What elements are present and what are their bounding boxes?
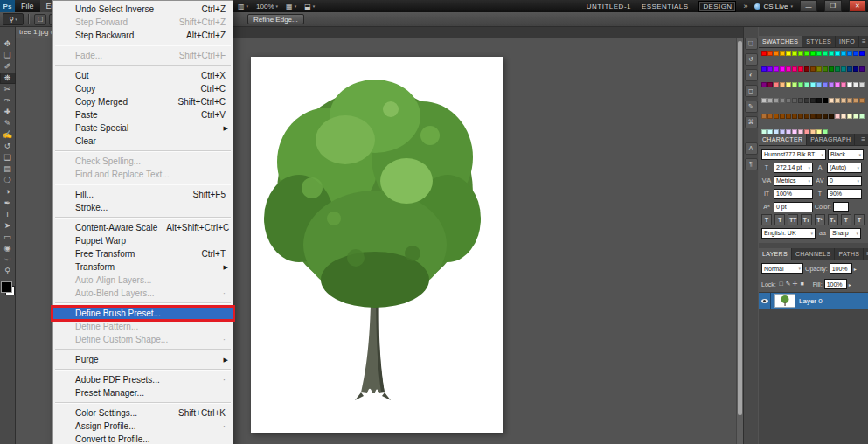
- active-tool-icon[interactable]: ⚲▾: [3, 13, 24, 25]
- type-style-button-4[interactable]: Tᴛ: [801, 214, 811, 225]
- move-tool-icon[interactable]: ✥: [0, 38, 16, 50]
- type-style-button-7[interactable]: T: [841, 214, 851, 225]
- color-swatch[interactable]: [792, 98, 797, 103]
- tracking-field[interactable]: 0▾: [827, 176, 862, 186]
- tab-paths[interactable]: PATHS: [835, 248, 864, 260]
- font-style-select[interactable]: Black▾: [828, 149, 864, 160]
- color-swatch[interactable]: [823, 51, 828, 56]
- color-swatch[interactable]: [761, 66, 767, 72]
- color-swatch[interactable]: [761, 114, 767, 119]
- color-swatch[interactable]: [847, 114, 852, 119]
- clone-source-panel-icon[interactable]: ⌘: [745, 116, 758, 128]
- menu-item-purge[interactable]: Purge·▶: [53, 353, 233, 366]
- color-swatch[interactable]: [835, 82, 840, 87]
- color-swatch[interactable]: [774, 114, 779, 119]
- adjustments-panel-icon[interactable]: ◐: [745, 69, 758, 81]
- color-swatch[interactable]: [780, 51, 785, 56]
- lasso-tool-icon[interactable]: ✐: [0, 61, 16, 73]
- close-button[interactable]: ✕: [849, 0, 866, 12]
- color-swatch[interactable]: [767, 51, 773, 56]
- crop-tool-icon[interactable]: ✂: [0, 84, 16, 95]
- tab-styles[interactable]: STYLES: [802, 36, 836, 47]
- leading-field[interactable]: (Auto)▾: [827, 163, 862, 173]
- type-style-button-8[interactable]: T: [854, 214, 865, 225]
- color-swatch[interactable]: [829, 114, 834, 119]
- shape-tool-icon[interactable]: ▭: [0, 232, 16, 243]
- color-swatch[interactable]: [774, 98, 779, 103]
- panel-menu-icon[interactable]: ≡: [859, 36, 868, 47]
- pen-tool-icon[interactable]: ✒: [0, 198, 16, 209]
- color-swatch[interactable]: [841, 66, 846, 72]
- restore-button[interactable]: ❐: [824, 0, 842, 12]
- menu-file[interactable]: File: [15, 0, 40, 12]
- history-panel-icon[interactable]: ↺: [745, 53, 758, 66]
- menu-item-undo-select-inverse[interactable]: Undo Select InverseCtrl+Z: [53, 3, 233, 16]
- lock-icon-4[interactable]: ■: [799, 281, 806, 288]
- color-swatch[interactable]: [829, 66, 834, 72]
- color-swatch[interactable]: [829, 82, 834, 87]
- screen-mode-icon[interactable]: ⬓▾: [304, 3, 315, 10]
- color-swatch[interactable]: [859, 51, 865, 56]
- color-swatch[interactable]: [786, 66, 791, 72]
- workspace-design[interactable]: DESIGN: [698, 1, 736, 12]
- color-swatch[interactable]: [841, 82, 846, 87]
- color-swatch[interactable]: [835, 51, 840, 56]
- foreground-color-swatch[interactable]: [1, 281, 12, 293]
- vertical-scrollbar[interactable]: [736, 38, 743, 444]
- scrollbar-thumb[interactable]: [738, 41, 742, 415]
- character-panel-icon[interactable]: A: [745, 142, 758, 155]
- lock-icon-1[interactable]: □: [778, 281, 785, 288]
- color-swatch[interactable]: [804, 82, 809, 87]
- type-style-button-3[interactable]: TT: [788, 214, 798, 225]
- color-swatch[interactable]: [847, 66, 852, 72]
- eraser-tool-icon[interactable]: ❑: [0, 152, 16, 163]
- color-swatch[interactable]: [835, 66, 840, 72]
- anti-alias-select[interactable]: Sharp▾: [830, 228, 861, 239]
- color-swatch[interactable]: [841, 98, 846, 103]
- color-swatch[interactable]: [780, 66, 785, 72]
- menu-item-clear[interactable]: Clear: [53, 135, 233, 148]
- color-swatch[interactable]: [816, 98, 822, 103]
- tab-channels[interactable]: CHANNELS: [792, 248, 836, 260]
- view-extras-icon[interactable]: ▥▾: [238, 3, 248, 10]
- color-swatch[interactable]: [810, 66, 816, 72]
- quick-selection-tool-icon[interactable]: ❈: [0, 73, 16, 84]
- color-swatch[interactable]: [835, 114, 840, 119]
- gradient-tool-icon[interactable]: ▤: [0, 163, 16, 175]
- color-swatch[interactable]: [859, 98, 865, 103]
- menu-item-preset-manager[interactable]: Preset Manager...: [53, 386, 233, 399]
- color-swatch[interactable]: [816, 66, 822, 72]
- minimize-button[interactable]: —: [800, 0, 817, 12]
- tab-info[interactable]: INFO: [836, 36, 859, 47]
- menu-item-copy-merged[interactable]: Copy MergedShift+Ctrl+C: [53, 95, 233, 108]
- type-style-button-1[interactable]: T: [761, 214, 772, 225]
- type-tool-icon[interactable]: T: [0, 209, 16, 220]
- fill-spinner-icon[interactable]: ▸: [849, 281, 851, 288]
- color-swatch[interactable]: [841, 114, 846, 119]
- workspace-overflow-button[interactable]: »: [743, 2, 747, 10]
- color-swatch[interactable]: [804, 114, 809, 119]
- menu-item-paste-special[interactable]: Paste Special▶: [53, 121, 233, 135]
- color-swatch[interactable]: [774, 82, 779, 87]
- menu-item-copy[interactable]: CopyCtrl+C: [53, 82, 233, 95]
- lock-icon-2[interactable]: ✎: [785, 281, 792, 288]
- path-selection-tool-icon[interactable]: ➤: [0, 220, 16, 232]
- history-brush-tool-icon[interactable]: ↺: [0, 141, 16, 152]
- color-swatch[interactable]: [859, 114, 865, 119]
- color-swatch[interactable]: [835, 98, 840, 103]
- color-swatch[interactable]: [767, 66, 773, 72]
- type-style-button-2[interactable]: T: [774, 214, 785, 225]
- zoom-level-dropdown[interactable]: 100%▾: [256, 3, 278, 10]
- rotate-view-tool-icon[interactable]: ◉: [0, 243, 16, 254]
- font-size-field[interactable]: 272.14 pt▾: [774, 163, 813, 173]
- color-swatch[interactable]: [847, 51, 852, 56]
- tab-character[interactable]: CHARACTER: [759, 134, 807, 145]
- color-swatch[interactable]: [786, 98, 791, 103]
- cs-live-button[interactable]: CS Live▾: [754, 3, 793, 10]
- opacity-field[interactable]: 100%: [830, 263, 852, 274]
- vertical-scale-field[interactable]: 100%: [774, 189, 813, 199]
- color-swatch[interactable]: [804, 51, 809, 56]
- selection-mode-icon-1[interactable]: ▢: [34, 14, 46, 25]
- fill-field[interactable]: 100%: [824, 279, 847, 289]
- menu-item-define-brush-preset[interactable]: Define Brush Preset...: [53, 307, 233, 320]
